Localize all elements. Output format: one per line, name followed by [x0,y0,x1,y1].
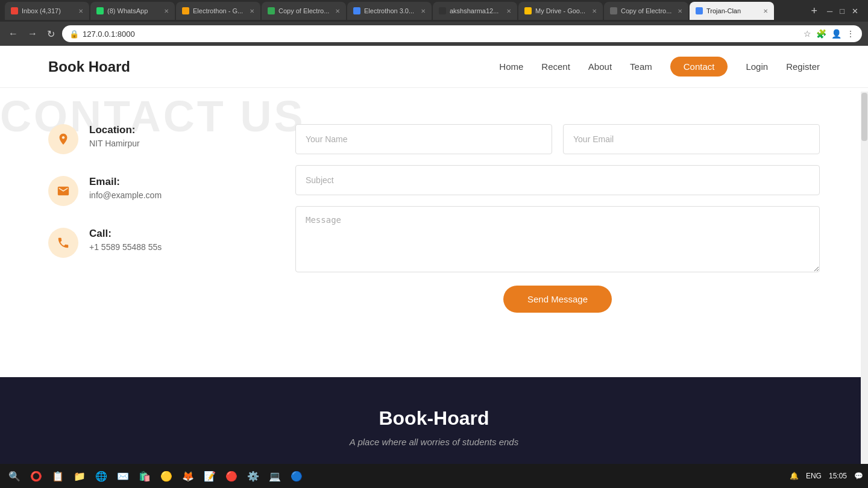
subject-input[interactable] [295,165,820,195]
tab-close-t3[interactable]: ✕ [250,8,254,14]
minimize-icon[interactable]: ─ [827,7,832,16]
browser-tab-t1[interactable]: Inbox (4,317) ✕ [5,2,89,20]
taskbar-notifications-icon[interactable]: 💬 [854,472,863,480]
taskbar-taskview-icon[interactable]: 📋 [48,466,68,486]
taskbar-icons: 🔍 ⭕ 📋 📁 🌐 ✉️ 🛍️ 🟡 🦊 📝 🔴 ⚙️ 💻 🔵 [5,466,306,486]
contact-info-location: Location: NIT Hamirpur [48,124,259,154]
send-message-button[interactable]: Send Message [503,286,612,313]
taskbar-app10-icon[interactable]: 🔴 [222,466,241,486]
taskbar-clock: 15:05 [829,472,847,480]
navbar-nav: HomeRecentAboutTeamContactLoginRegister [499,61,820,72]
main-content: Location: NIT Hamirpur Email: info@examp… [0,88,868,377]
nav-item-register[interactable]: Register [786,61,820,72]
info-text-phone: Call: +1 5589 55488 55s [89,228,162,252]
tab-close-t5[interactable]: ✕ [421,8,426,14]
forward-button[interactable]: → [25,27,40,40]
taskbar-notification-icon[interactable]: 🔔 [790,472,799,480]
close-icon[interactable]: ✕ [852,7,858,16]
star-icon[interactable]: ☆ [804,29,811,39]
contact-info: Location: NIT Hamirpur Email: info@examp… [48,124,259,313]
tab-close-t8[interactable]: ✕ [678,8,682,14]
info-text-email: Email: info@example.com [89,176,162,200]
taskbar-time: 15:05 [829,472,847,480]
taskbar-app11-icon[interactable]: ⚙️ [244,466,263,486]
taskbar-explorer-icon[interactable]: 📁 [70,466,89,486]
subject-field-wrap [295,165,820,195]
email-icon [48,176,78,206]
contact-info-phone: Call: +1 5589 55488 55s [48,228,259,258]
taskbar-lang: ENG [806,472,822,480]
tab-close-t2[interactable]: ✕ [164,8,169,14]
info-text-location: Location: NIT Hamirpur [89,124,140,148]
navbar-brand[interactable]: Book Hoard [48,58,130,75]
info-label-phone: Call: [89,228,162,240]
taskbar-right: 🔔 ENG 15:05 💬 [790,472,863,480]
scrollbar[interactable] [861,92,868,488]
tab-close-t4[interactable]: ✕ [335,8,340,14]
info-value-location: NIT Hamirpur [89,139,140,148]
address-bar[interactable]: 🔒 127.0.0.1:8000 ☆ 🧩 👤 ⋮ [62,25,862,42]
browser-tab-t3[interactable]: Electrothon - G... ✕ [176,2,260,20]
back-button[interactable]: ← [6,27,20,40]
send-btn-wrap: Send Message [295,286,820,313]
taskbar-mail-icon[interactable]: ✉️ [113,466,133,486]
footer-tagline: A place where all worries of students en… [48,437,820,447]
taskbar-app13-icon[interactable]: 🔵 [287,466,306,486]
nav-item-contact[interactable]: Contact [670,57,728,77]
browser-tab-t6[interactable]: akshsharma12... ✕ [433,2,517,20]
browser-tab-t7[interactable]: My Drive - Goo... ✕ [518,2,603,20]
url-display: 127.0.0.1:8000 [83,30,135,39]
browser-tab-t8[interactable]: Copy of Electro... ✕ [604,2,688,20]
taskbar-cortana-icon[interactable]: ⭕ [27,466,46,486]
browser-tab-t4[interactable]: Copy of Electro... ✕ [262,2,346,20]
reload-button[interactable]: ↻ [45,27,57,41]
contact-info-email: Email: info@example.com [48,176,259,206]
browser-tab-t9[interactable]: Trojan-Clan ✕ [690,2,774,20]
extension-icon[interactable]: 🧩 [816,29,826,39]
info-value-phone: +1 5589 55488 55s [89,242,162,252]
menu-icon[interactable]: ⋮ [846,29,855,39]
maximize-icon[interactable]: □ [840,7,844,16]
taskbar-app12-icon[interactable]: 💻 [265,466,285,486]
taskbar-search-icon[interactable]: 🔍 [5,466,24,486]
browser-tab-t5[interactable]: Electrothon 3.0... ✕ [347,2,432,20]
lock-icon: 🔒 [69,30,79,39]
contact-form: Send Message [295,124,820,313]
profile-icon[interactable]: 👤 [831,29,841,39]
nav-item-about[interactable]: About [588,61,612,72]
scrollbar-thumb[interactable] [861,93,867,141]
window-controls: ─ □ ✕ [822,7,863,16]
info-label-location: Location: [89,124,140,136]
phone-icon [48,228,78,258]
address-bar-row: ← → ↻ 🔒 127.0.0.1:8000 ☆ 🧩 👤 ⋮ [0,22,868,46]
browser-tab-t2[interactable]: (8) WhatsApp ✕ [90,2,175,20]
contact-section: Location: NIT Hamirpur Email: info@examp… [48,124,820,313]
name-email-row [295,124,820,154]
tab-close-t9[interactable]: ✕ [763,8,768,14]
taskbar: 🔍 ⭕ 📋 📁 🌐 ✉️ 🛍️ 🟡 🦊 📝 🔴 ⚙️ 💻 🔵 🔔 ENG 15:… [0,464,868,488]
nav-item-recent[interactable]: Recent [541,61,570,72]
nav-item-login[interactable]: Login [746,61,768,72]
tab-bar: Inbox (4,317) ✕ (8) WhatsApp ✕ Electroth… [0,0,868,22]
email-input[interactable] [563,124,820,154]
tab-close-t6[interactable]: ✕ [506,8,511,14]
nav-item-team[interactable]: Team [630,61,652,72]
name-input[interactable] [295,124,552,154]
tab-close-t1[interactable]: ✕ [78,8,83,14]
taskbar-chrome-icon[interactable]: 🟡 [157,466,176,486]
message-textarea[interactable] [295,206,820,272]
message-field-wrap [295,206,820,275]
taskbar-notepad-icon[interactable]: 📝 [200,466,219,486]
info-label-email: Email: [89,176,162,188]
navbar: Book Hoard HomeRecentAboutTeamContactLog… [0,46,868,88]
footer-brand: Book-Hoard [48,407,820,430]
new-tab-button[interactable]: + [807,5,821,17]
taskbar-ff-icon[interactable]: 🦊 [178,466,198,486]
taskbar-store-icon[interactable]: 🛍️ [135,466,154,486]
taskbar-edge-icon[interactable]: 🌐 [92,466,111,486]
nav-item-home[interactable]: Home [499,61,523,72]
tab-close-t7[interactable]: ✕ [592,8,597,14]
location-icon [48,124,78,154]
info-value-email: info@example.com [89,190,162,200]
